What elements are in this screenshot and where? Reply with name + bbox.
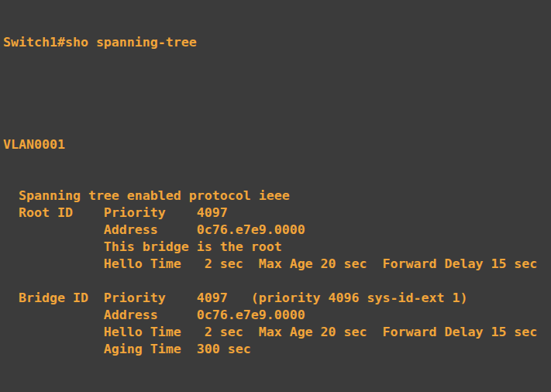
stp-detail-line: Hello Time 2 sec Max Age 20 sec Forward … — [3, 324, 551, 341]
stp-detail-line: Address 0c76.e7e9.0000 — [3, 222, 551, 239]
stp-detail-line: Spanning tree enabled protocol ieee — [3, 187, 551, 205]
stp-detail-lines: Spanning tree enabled protocol ieee Root… — [3, 187, 551, 358]
terminal-screen[interactable]: Switch1#sho spanning-tree VLAN0001 Spann… — [0, 0, 551, 392]
stp-detail-line: Root ID Priority 4097 — [3, 205, 551, 222]
command-line: Switch1#sho spanning-tree — [3, 34, 551, 51]
stp-detail-line: Hello Time 2 sec Max Age 20 sec Forward … — [3, 256, 551, 273]
stp-detail-line: Address 0c76.e7e9.0000 — [3, 307, 551, 324]
stp-detail-line — [3, 273, 551, 290]
stp-detail-line: Bridge ID Priority 4097 (priority 4096 s… — [3, 290, 551, 307]
blank-line — [3, 85, 551, 102]
vlan-title: VLAN0001 — [3, 136, 551, 153]
stp-detail-line: This bridge is the root — [3, 239, 551, 256]
stp-detail-line: Aging Time 300 sec — [3, 341, 551, 358]
